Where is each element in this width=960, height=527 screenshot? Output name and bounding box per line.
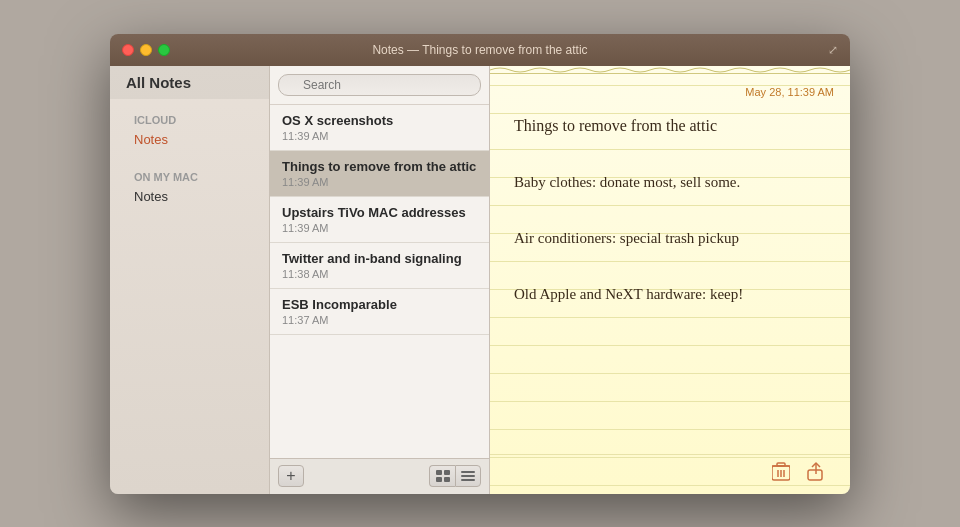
note-item-time: 11:39 AM — [282, 130, 477, 142]
note-empty-line-2 — [514, 196, 826, 224]
share-icon — [806, 462, 826, 482]
notes-toolbar: + — [270, 458, 489, 494]
svg-rect-2 — [436, 477, 442, 482]
maximize-button[interactable] — [158, 44, 170, 56]
svg-rect-6 — [461, 479, 475, 481]
note-item-time: 11:39 AM — [282, 176, 477, 188]
svg-rect-1 — [444, 470, 450, 475]
window-title: Notes — Things to remove from the attic — [372, 43, 587, 57]
svg-rect-12 — [777, 463, 785, 466]
sidebar-item-icloud-notes[interactable]: Notes — [126, 129, 253, 150]
notes-list-panel: 🔍 OS X screenshots 11:39 AM Things to re… — [270, 66, 490, 494]
view-toggle-group — [429, 465, 481, 487]
note-list-item[interactable]: Twitter and in-band signaling 11:38 AM — [270, 243, 489, 289]
close-button[interactable] — [122, 44, 134, 56]
notes-list-items: OS X screenshots 11:39 AM Things to remo… — [270, 105, 489, 458]
list-view-button[interactable] — [455, 465, 481, 487]
note-body-line-1: Baby clothes: donate most, sell some. — [514, 168, 826, 196]
note-detail-panel: May 28, 11:39 AM Things to remove from t… — [490, 66, 850, 494]
note-item-title: Things to remove from the attic — [282, 159, 477, 174]
note-detail-header: May 28, 11:39 AM — [490, 74, 850, 104]
note-item-title: Twitter and in-band signaling — [282, 251, 477, 266]
app-window: Notes — Things to remove from the attic … — [110, 34, 850, 494]
torn-top-decoration — [490, 66, 850, 74]
note-body-line-3: Old Apple and NeXT hardware: keep! — [514, 280, 826, 308]
svg-rect-13 — [808, 470, 822, 480]
note-item-title: ESB Incomparable — [282, 297, 477, 312]
note-title-line: Things to remove from the attic — [514, 112, 826, 140]
list-icon — [461, 470, 475, 482]
note-body-line-2: Air conditioners: special trash pickup — [514, 224, 826, 252]
main-content: All Notes iCloud Notes On My Mac Notes 🔍… — [110, 66, 850, 494]
delete-note-button[interactable] — [772, 462, 790, 487]
note-empty-line-3 — [514, 252, 826, 280]
note-list-item[interactable]: Upstairs TiVo MAC addresses 11:39 AM — [270, 197, 489, 243]
note-item-title: OS X screenshots — [282, 113, 477, 128]
svg-rect-3 — [444, 477, 450, 482]
sidebar-item-local-notes[interactable]: Notes — [126, 186, 253, 207]
grid-view-button[interactable] — [429, 465, 455, 487]
expand-icon[interactable]: ⤢ — [828, 43, 838, 57]
svg-rect-4 — [461, 471, 475, 473]
add-note-button[interactable]: + — [278, 465, 304, 487]
note-item-time: 11:37 AM — [282, 314, 477, 326]
share-note-button[interactable] — [806, 462, 826, 487]
note-list-item[interactable]: Things to remove from the attic 11:39 AM — [270, 151, 489, 197]
sidebar: All Notes iCloud Notes On My Mac Notes — [110, 66, 270, 494]
sidebar-icloud-section: iCloud Notes — [110, 99, 269, 156]
search-input[interactable] — [278, 74, 481, 96]
window-controls — [122, 44, 170, 56]
note-timestamp: May 28, 11:39 AM — [745, 86, 834, 98]
note-content[interactable]: Things to remove from the attic Baby clo… — [490, 104, 850, 454]
search-wrapper: 🔍 — [278, 74, 481, 96]
note-item-time: 11:39 AM — [282, 222, 477, 234]
note-item-time: 11:38 AM — [282, 268, 477, 280]
search-bar: 🔍 — [270, 66, 489, 105]
titlebar: Notes — Things to remove from the attic … — [110, 34, 850, 66]
sidebar-local-section: On My Mac Notes — [110, 156, 269, 213]
grid-icon — [436, 470, 450, 482]
note-list-item[interactable]: OS X screenshots 11:39 AM — [270, 105, 489, 151]
note-detail-footer — [490, 454, 850, 494]
svg-rect-0 — [436, 470, 442, 475]
note-empty-line-1 — [514, 140, 826, 168]
sidebar-on-my-mac-header: On My Mac — [126, 168, 253, 186]
note-list-item[interactable]: ESB Incomparable 11:37 AM — [270, 289, 489, 335]
trash-icon — [772, 462, 790, 482]
sidebar-item-all-notes[interactable]: All Notes — [110, 66, 269, 99]
note-item-title: Upstairs TiVo MAC addresses — [282, 205, 477, 220]
sidebar-icloud-header: iCloud — [126, 111, 253, 129]
minimize-button[interactable] — [140, 44, 152, 56]
svg-rect-5 — [461, 475, 475, 477]
